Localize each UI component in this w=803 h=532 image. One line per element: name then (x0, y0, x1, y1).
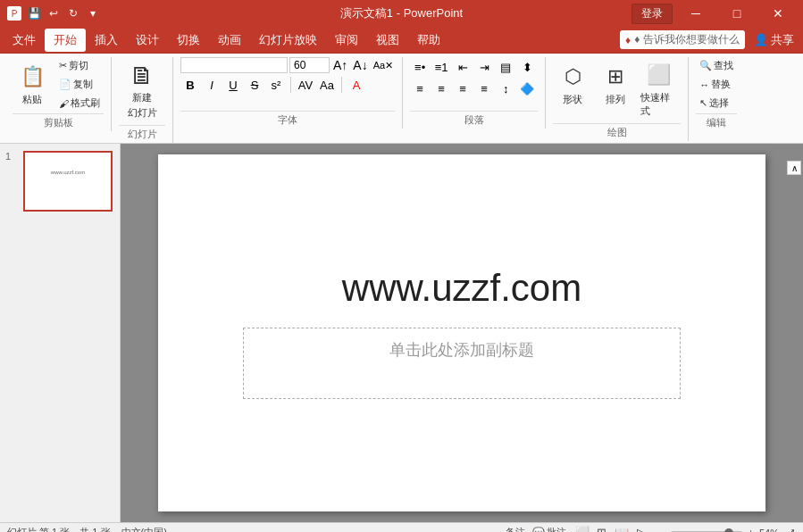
slide-label: 幻灯片 (119, 125, 165, 143)
search-placeholder: ♦ 告诉我你想要做什么 (634, 32, 739, 47)
copy-button[interactable]: 📄 复制 (55, 76, 104, 93)
shape-button[interactable]: ⬡ 形状 (553, 57, 592, 111)
comments-button[interactable]: 💬批注 (532, 526, 566, 532)
decrease-indent-btn[interactable]: ⇤ (453, 57, 473, 77)
reading-view-btn[interactable]: 📖 (613, 526, 631, 533)
drawing-label: 绘图 (553, 123, 681, 141)
arrange-button[interactable]: ⊞ 排列 (596, 57, 635, 111)
notes-button[interactable]: 备注 (506, 526, 525, 532)
zoom-level[interactable]: 54% (759, 528, 779, 533)
shape-label: 形状 (563, 93, 582, 106)
status-right: 备注 💬批注 ⬜ ⊞ 📖 ▷ － ＋ 54% ⤢ (506, 526, 796, 533)
normal-view-btn[interactable]: ⬜ (573, 526, 591, 533)
font-size-input[interactable] (289, 57, 330, 73)
comments-icon: 💬 (532, 527, 545, 532)
editing-label: 编辑 (696, 113, 737, 131)
close-button[interactable]: ✕ (760, 1, 796, 26)
font-color-button[interactable]: A (347, 75, 366, 95)
minimize-button[interactable]: ─ (678, 1, 714, 26)
para-row2: ≡ ≡ ≡ ≡ ↕ 🔷 (410, 79, 537, 98)
strikethrough-button[interactable]: S (245, 75, 264, 95)
share-icon: 👤 (754, 33, 768, 46)
slide-number: 1 (5, 151, 18, 162)
font-row1: A↑ A↓ Aa✕ (180, 57, 395, 73)
canvas-area: www.uzzf.com 单击此处添加副标题 (121, 144, 803, 522)
shadow-button[interactable]: s² (266, 75, 286, 95)
increase-indent-btn[interactable]: ⇥ (474, 57, 494, 77)
slide-subtitle-placeholder[interactable]: 单击此处添加副标题 (389, 339, 534, 361)
new-slide-button[interactable]: 🗎 新建 幻灯片 (119, 57, 165, 123)
menu-review[interactable]: 审阅 (326, 29, 367, 52)
para-label: 段落 (410, 111, 538, 129)
ribbon: 📋 粘贴 ✂ 剪切 📄 复制 🖌 格式刷 (0, 54, 803, 144)
undo-btn[interactable]: ↩ (45, 4, 63, 22)
font-sep (290, 77, 291, 93)
menu-home[interactable]: 开始 (45, 29, 86, 52)
clipboard-small: ✂ 剪切 📄 复制 🖌 格式刷 (55, 57, 104, 112)
justify-btn[interactable]: ≡ (474, 79, 494, 98)
menu-transitions[interactable]: 切换 (168, 29, 209, 52)
align-center-btn[interactable]: ≡ (431, 79, 451, 98)
char-spacing-button[interactable]: AV (296, 75, 315, 95)
slide-sorter-btn[interactable]: ⊞ (593, 526, 611, 533)
decrease-font-btn[interactable]: A↓ (351, 57, 369, 73)
convert-smartart-btn[interactable]: 🔷 (517, 79, 537, 98)
underline-button[interactable]: U (223, 75, 243, 95)
drawing-content: ⬡ 形状 ⊞ 排列 ⬜ 快速样式 (553, 57, 681, 121)
change-case-button[interactable]: Aa (317, 75, 337, 95)
align-right-btn[interactable]: ≡ (453, 79, 473, 98)
menu-view[interactable]: 视图 (367, 29, 408, 52)
ribbon-group-font: A↑ A↓ Aa✕ B I U S s² AV Aa A 字体 (173, 57, 403, 129)
quick-access-toolbar: 💾 ↩ ↻ ▾ (25, 4, 102, 22)
clipboard-content: 📋 粘贴 ✂ 剪切 📄 复制 🖌 格式刷 (13, 57, 104, 112)
menu-file[interactable]: 文件 (4, 29, 45, 52)
search-box[interactable]: ♦ ♦ 告诉我你想要做什么 (620, 30, 745, 49)
cut-button[interactable]: ✂ 剪切 (55, 57, 104, 74)
zoom-out-btn[interactable]: － (657, 526, 667, 532)
menu-help[interactable]: 帮助 (408, 29, 449, 52)
customize-btn[interactable]: ▾ (84, 4, 102, 22)
numbered-list-btn[interactable]: ≡1 (431, 57, 451, 77)
save-btn[interactable]: 💾 (25, 4, 43, 22)
bullet-list-btn[interactable]: ≡• (410, 57, 430, 77)
slide-canvas[interactable]: www.uzzf.com 单击此处添加副标题 (158, 154, 765, 511)
ribbon-collapse-button[interactable]: ∧ (787, 161, 801, 175)
login-button[interactable]: 登录 (632, 4, 673, 24)
redo-btn[interactable]: ↻ (64, 4, 82, 22)
ribbon-group-drawing: ⬡ 形状 ⊞ 排列 ⬜ 快速样式 绘图 (546, 57, 689, 141)
title-bar-center: 演示文稿1 - PowerPoint (340, 5, 463, 21)
menu-slideshow[interactable]: 幻灯片放映 (250, 29, 326, 52)
slide-info: 幻灯片 第 1 张，共 1 张 (7, 526, 111, 532)
align-left-btn[interactable]: ≡ (410, 79, 430, 98)
quick-style-button[interactable]: ⬜ 快速样式 (639, 57, 678, 121)
bold-button[interactable]: B (180, 75, 200, 95)
expand-button[interactable]: ⤢ (786, 526, 796, 532)
italic-button[interactable]: I (202, 75, 222, 95)
format-painter-button[interactable]: 🖌 格式刷 (55, 95, 104, 112)
line-spacing-btn[interactable]: ↕ (496, 79, 515, 98)
slide-thumb-text: www.uzzf.com (51, 170, 85, 175)
find-button[interactable]: 🔍 查找 (696, 57, 737, 74)
replace-button[interactable]: ↔ 替换 (696, 76, 734, 93)
slideshow-btn[interactable]: ▷ (632, 526, 650, 533)
slide-thumbnail[interactable]: www.uzzf.com (23, 151, 113, 212)
menu-design[interactable]: 设计 (127, 29, 168, 52)
document-title: 演示文稿1 - PowerPoint (340, 5, 463, 21)
paste-button[interactable]: 📋 粘贴 (13, 57, 52, 111)
replace-icon: ↔ (699, 79, 709, 90)
maximize-button[interactable]: □ (719, 1, 755, 26)
text-direction-btn[interactable]: ⬍ (517, 57, 537, 77)
menu-insert[interactable]: 插入 (86, 29, 127, 52)
editing-content: 🔍 查找 ↔ 替换 ↖ 选择 (696, 57, 737, 112)
share-button[interactable]: 👤 共享 (749, 30, 799, 50)
zoom-in-btn[interactable]: ＋ (746, 526, 756, 532)
font-name-input[interactable] (180, 57, 288, 73)
slide-subtitle-box[interactable]: 单击此处添加副标题 (243, 328, 681, 399)
increase-font-btn[interactable]: A↑ (331, 57, 349, 73)
slide-title[interactable]: www.uzzf.com (342, 267, 581, 310)
select-button[interactable]: ↖ 选择 (696, 95, 732, 112)
column-btn[interactable]: ▤ (496, 57, 515, 77)
menu-animations[interactable]: 动画 (209, 29, 250, 52)
clear-format-btn[interactable]: Aa✕ (372, 59, 395, 72)
copy-icon: 📄 (59, 79, 71, 90)
